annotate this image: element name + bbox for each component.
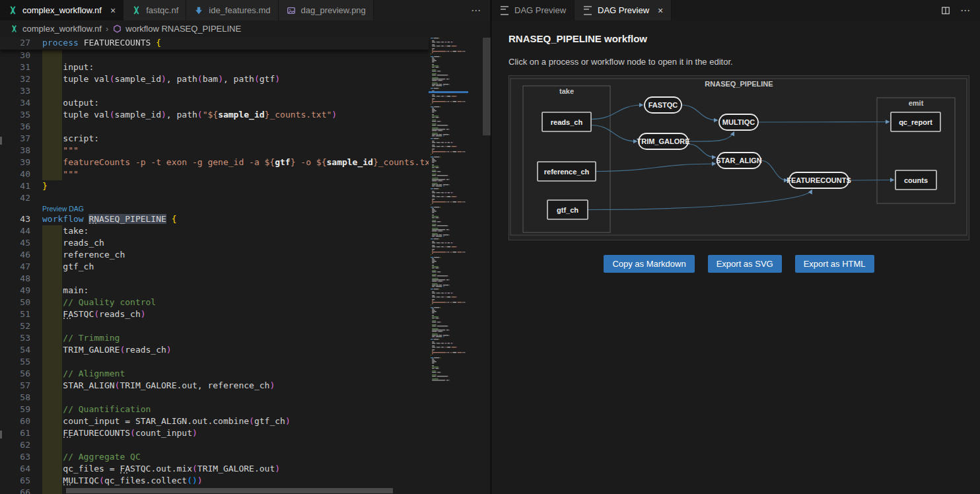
close-icon[interactable]: × — [658, 5, 663, 16]
dag-node-label-MULTIQC: MULTIQC — [722, 118, 755, 126]
export-as-html-button[interactable]: Export as HTML — [795, 255, 874, 273]
code-line: 47 gtf_ch — [0, 261, 429, 273]
minimap[interactable] — [429, 37, 483, 494]
close-icon[interactable]: × — [110, 6, 116, 15]
code-line: 27process FEATURECOUNTS { — [0, 37, 429, 49]
code-line: 30 — [0, 50, 429, 61]
tab-complex-workflow-nf[interactable]: complex_workflow.nf × — [0, 0, 123, 20]
code-line: 53 // Trimming — [0, 332, 429, 344]
breadcrumb-separator: › — [106, 24, 108, 34]
code-line: 45 reads_ch — [0, 237, 429, 249]
tab-label: DAG Preview — [514, 5, 566, 15]
code-line: 46 reference_ch — [0, 249, 429, 261]
dag-node-label-TRIM_GALORE: TRIM_GALORE — [637, 137, 689, 145]
tab-label: complex_workflow.nf — [22, 5, 102, 15]
code-line: 32 tuple val(sample_id), path(bam), path… — [0, 73, 429, 85]
edge-reads_ch-to-TRIM_GALORE — [591, 125, 637, 142]
edge-FEATURECOUNTS-to-counts — [849, 180, 893, 181]
nextflow-icon — [131, 5, 141, 16]
code-line: 65 MULTIQC(qc_files.collect()) — [0, 475, 429, 487]
vscode-window: complex_workflow.nf × fastqc.nf ide_feat… — [0, 0, 980, 494]
code-line: 48 — [0, 273, 429, 285]
preview-icon — [499, 5, 510, 16]
preview-icon — [582, 5, 593, 16]
code-line: 38 """ — [0, 145, 429, 157]
edge-TRIM_GALORE-to-STAR_ALIGN — [688, 144, 715, 157]
right-tabbar: DAG Preview DAG Preview × ⋯ — [491, 0, 980, 20]
dag-svg: RNASEQ_PIPELINEtakeemitreads_chreference… — [509, 76, 969, 240]
code-line: 60 count_input = STAR_ALIGN.out.combine(… — [0, 415, 429, 427]
panel-title: RNASEQ_PIPELINE workflow — [508, 33, 969, 44]
code-line: 31 input: — [0, 61, 429, 73]
code-line: 33 — [0, 85, 429, 97]
image-icon — [286, 5, 297, 16]
dag-node-label-FEATURECOUNTS: FEATURECOUNTS — [787, 176, 851, 184]
tab-dag-preview-png[interactable]: dag_preview.png — [279, 0, 374, 20]
code-line: 36 — [0, 121, 429, 133]
code-line: 34 output: — [0, 97, 429, 109]
symbol-workflow-icon — [112, 24, 122, 34]
code-line: 55 — [0, 356, 429, 368]
code-line: 50 // Quality control — [0, 297, 429, 308]
code-line: 35 tuple val(sample_id), path("${sample_… — [0, 109, 429, 121]
gutter-decoration — [0, 137, 2, 145]
sticky-scroll-line[interactable]: 27process FEATURECOUNTS { — [0, 37, 429, 50]
code-line: 63 // Aggregate QC — [0, 451, 429, 463]
edge-MULTIQC-to-qc_report — [758, 122, 889, 123]
code-line: 37 script: — [0, 133, 429, 145]
tab-ide-features-md[interactable]: ide_features.md — [186, 0, 278, 20]
code-line: 58 — [0, 392, 429, 404]
code-editor[interactable]: 3031 input:32 tuple val(sample_id), path… — [0, 37, 491, 494]
code-line: 56 // Alignment — [0, 368, 429, 380]
vertical-scrollbar[interactable] — [483, 38, 491, 135]
dag-preview-panel: RNASEQ_PIPELINE workflow Click on a proc… — [491, 20, 980, 494]
nextflow-icon — [7, 5, 18, 16]
edge-FASTQC-to-MULTIQC — [682, 105, 717, 120]
copy-as-markdown-button[interactable]: Copy as Markdown — [604, 255, 694, 273]
tab-fastqc-nf[interactable]: fastqc.nf — [123, 0, 186, 20]
code-line: 42 — [0, 192, 429, 204]
tab-dag-preview-active[interactable]: DAG Preview × — [575, 0, 672, 20]
dag-node-label-FASTQC: FASTQC — [648, 101, 678, 109]
code-line: 54 TRIM_GALORE(reads_ch) — [0, 344, 429, 356]
code-line: 61 FEATURECOUNTS(count_input) — [0, 427, 429, 439]
code-line: 64 qc_files = FASTQC.out.mix(TRIM_GALORE… — [0, 463, 429, 475]
dag-node-label-counts: counts — [904, 176, 928, 184]
tab-label: ide_features.md — [209, 5, 270, 15]
split-editor-icon[interactable] — [940, 5, 951, 16]
horizontal-scrollbar[interactable] — [66, 488, 393, 493]
cluster-label-outer: RNASEQ_PIPELINE — [705, 80, 773, 88]
edge-reference_ch-to-STAR_ALIGN — [596, 164, 715, 172]
panel-subtitle: Click on a process or workflow node to o… — [508, 57, 969, 67]
editor-group-right: DAG Preview DAG Preview × ⋯ RNASEQ_PIPEL… — [491, 0, 980, 494]
code-line: 43workflow RNASEQ_PIPELINE { — [0, 213, 429, 225]
cluster-label-take: take — [559, 87, 574, 95]
code-line: 39 featureCounts -p -t exon -g gene_id -… — [0, 157, 429, 168]
nextflow-icon — [9, 24, 18, 34]
breadcrumb: complex_workflow.nf › workflow RNASEQ_PI… — [0, 20, 491, 37]
code-line: 62 — [0, 439, 429, 451]
code-line: 51 FASTQC(reads_ch) — [0, 308, 429, 320]
edge-gtf_ch-to-FEATURECOUNTS — [588, 190, 812, 210]
code-line: 57 STAR_ALIGN(TRIM_GALORE.out, reference… — [0, 380, 429, 392]
codelens-preview-dag[interactable]: Preview DAG — [42, 204, 84, 213]
tab-overflow-ellipsis-icon[interactable]: ⋯ — [462, 0, 491, 20]
tab-label: fastqc.nf — [146, 5, 178, 15]
code-line: 49 main: — [0, 285, 429, 297]
code-lines: 3031 input:32 tuple val(sample_id), path… — [0, 50, 429, 494]
code-line: 40 """ — [0, 168, 429, 180]
export-as-svg-button[interactable]: Export as SVG — [708, 255, 782, 273]
code-line: 44 take: — [0, 225, 429, 237]
breadcrumb-symbol[interactable]: workflow RNASEQ_PIPELINE — [125, 24, 241, 34]
dag-node-label-reference_ch: reference_ch — [544, 168, 590, 176]
cluster-label-emit: emit — [909, 99, 924, 107]
edge-STAR_ALIGN-to-FEATURECOUNTS — [761, 160, 787, 180]
edge-TRIM_GALORE-to-MULTIQC — [688, 132, 734, 141]
gutter-decoration — [0, 431, 2, 439]
code-line: 59 // Quantification — [0, 404, 429, 415]
breadcrumb-file[interactable]: complex_workflow.nf — [22, 24, 102, 34]
editor-actions: ⋯ — [940, 0, 980, 20]
more-actions-icon[interactable]: ⋯ — [960, 5, 971, 17]
tab-dag-preview-inactive[interactable]: DAG Preview — [491, 0, 575, 20]
tab-label: DAG Preview — [598, 5, 649, 15]
